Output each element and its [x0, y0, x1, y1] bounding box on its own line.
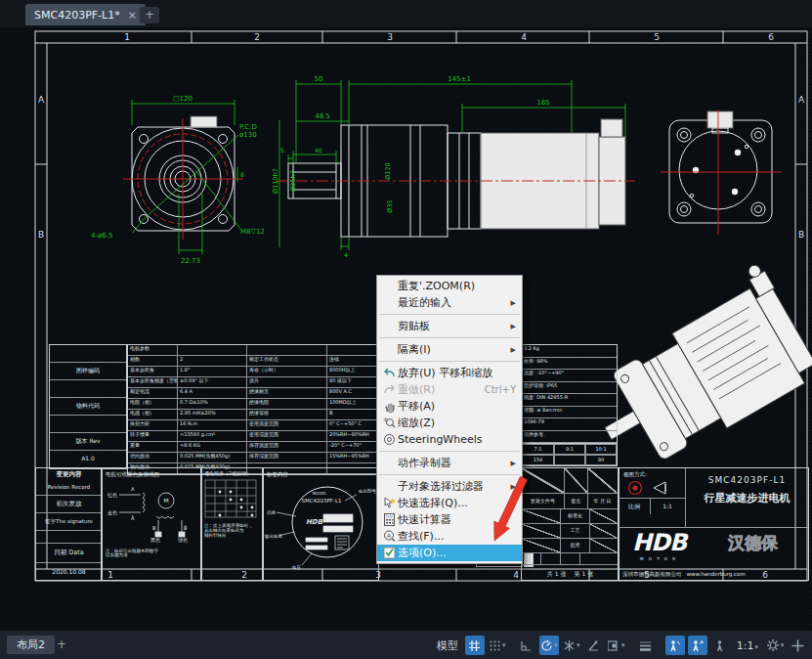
osnap-tracking-icon[interactable]: [584, 636, 604, 655]
menu-item-recent-input[interactable]: 最近的输入▶: [377, 294, 522, 311]
ortho-icon[interactable]: [517, 636, 536, 655]
dim-square-120: □120: [173, 95, 192, 103]
ruler-col-6: 6: [768, 32, 774, 42]
table-row: 温度: -10°~+90°: [522, 370, 617, 382]
ruler-col-b4: 4: [513, 570, 519, 580]
dim-tap: M8▽12: [240, 228, 265, 236]
wiring-diagram-box: 电机引线颜色及接线图 红色 蓝色 A Ā 黑色 绿色 B B̄ M 注：电机引出…: [101, 467, 202, 581]
table-row: 基本步距角1.8° 寿命（小时）8000H以上: [128, 367, 378, 377]
svg-text:黑色: 黑色: [150, 537, 160, 543]
menu-item-steeringwheels[interactable]: SteeringWheels: [377, 431, 522, 448]
svg-text:红色: 红色: [107, 492, 117, 498]
table-row: 仅供参考.: [522, 431, 617, 444]
menu-separator: [379, 474, 520, 475]
gearbox-table: 3.2 Kg效率: 98%温度: -10°~+90°防护等级: IP65精度: …: [521, 344, 618, 466]
dim-pcd-label: P.C.D: [239, 123, 257, 131]
menu-item-quick-calc[interactable]: 快速计算器: [377, 511, 522, 528]
code-cell: 物料代码: [50, 398, 126, 416]
submenu-arrow-icon: ▶: [511, 299, 516, 307]
dim-185: 185: [536, 99, 549, 107]
menu-item-subobject-filter[interactable]: 子对象选择过滤器▶: [377, 478, 522, 495]
annotation-visibility-icon[interactable]: [665, 636, 685, 655]
brand-cn: 汉德保: [728, 534, 778, 552]
annotation-scale-icon[interactable]: [710, 636, 730, 655]
menu-item-quick-select[interactable]: 快速选择(Q)...: [377, 495, 522, 511]
table-row: 效率: 98%: [522, 358, 617, 371]
ruler-col-1: 1: [124, 32, 130, 42]
add-layout-button[interactable]: +: [54, 637, 69, 652]
polar-tracking-icon[interactable]: ▾: [539, 636, 559, 655]
hdb-logo-sub: M O T O R: [640, 557, 677, 561]
sequence-box: 通电顺序（2相励磁） 注：按上表顺序通电时， 从出轴方向看电机为 顺时针转向: [200, 467, 264, 581]
dropdown-caret-icon: ▾: [621, 641, 625, 649]
zoom-icon: ±: [381, 417, 398, 429]
menu-item-pan[interactable]: 平移(A): [377, 398, 522, 415]
submenu-arrow-icon: ▶: [511, 460, 516, 467]
projection-symbol-cone: [652, 481, 669, 495]
redo-icon: [381, 383, 398, 396]
title-product: 行星减速步进电机: [686, 486, 808, 505]
dim-145: 145±1: [448, 75, 471, 83]
undo-icon: [381, 367, 398, 379]
menu-item-isolate[interactable]: 隔离(I)▶: [377, 341, 522, 358]
dim-40: 40: [315, 147, 322, 154]
svg-text:电压: 电压: [292, 564, 302, 570]
hdb-logo: HDB: [632, 530, 686, 555]
code-cell: A1.0: [50, 451, 126, 468]
table-row: 保持力矩16 N.m 使用温度范围0° C~+50° C: [128, 420, 378, 431]
menu-item-zoom[interactable]: ± 缩放(Z): [377, 415, 522, 431]
ratio-rows: 7:1 9:1 10:1 154 90: [521, 444, 618, 466]
document-tab[interactable]: SMC4203PF-L1* ×: [25, 4, 146, 25]
auto-annotation-icon[interactable]: [688, 636, 707, 655]
calculator-icon: [381, 513, 398, 526]
menu-item-repeat-zoom[interactable]: 重复'.ZOOM(R): [377, 278, 522, 294]
isodraft-icon[interactable]: ▾: [562, 636, 581, 655]
ruler-col-2: 2: [254, 32, 260, 42]
menu-separator: [379, 361, 520, 362]
dim-50: 50: [315, 75, 323, 83]
osnap-icon[interactable]: ▾: [607, 636, 626, 655]
svg-text:蓝色: 蓝色: [107, 509, 117, 516]
table-row: 电机参数: [128, 345, 378, 356]
table-row: 电感（相）2.95 mH±20% 绝缘等级B: [128, 410, 378, 420]
code-cell: [50, 345, 126, 363]
motor-parameter-table: 电机参数 相数2 额定工作状态连续 基本步距角1.8° 寿命（小时）8000H以…: [127, 344, 379, 475]
menu-item-find[interactable]: A 查找(F)...: [377, 528, 522, 545]
ruler-row-a-left: A: [38, 95, 45, 105]
dim-4: 4: [344, 251, 348, 258]
svg-text:MODEL: MODEL: [313, 491, 327, 496]
dim-dia25: Ø25h7: [289, 170, 297, 192]
close-tab-icon[interactable]: ×: [128, 9, 137, 22]
annotation-scale-value[interactable]: 1:1▾: [733, 639, 762, 652]
dim-dia110: Ø110h7: [272, 168, 279, 194]
menu-item-action-recorder[interactable]: 动作录制器▶: [377, 455, 522, 471]
table-row: 基本步距角精度（空载）±0.09° 以下 温升80 或以下: [128, 377, 378, 388]
grid-icon[interactable]: [465, 636, 485, 655]
table-row: 3.2 Kg: [522, 345, 617, 358]
submenu-arrow-icon: ▶: [511, 323, 516, 330]
dropdown-caret-icon: ▾: [554, 641, 558, 649]
dim-dia120: Ø120: [384, 162, 392, 180]
model-space-button[interactable]: 模型: [433, 638, 462, 653]
submenu-arrow-icon: ▶: [511, 483, 516, 491]
snap-icon[interactable]: ▾: [488, 636, 507, 655]
settings-gear-icon[interactable]: ▾: [765, 636, 785, 655]
layout-tab[interactable]: 布局2: [7, 636, 55, 654]
table-row: 1096-79: [522, 418, 617, 431]
customization-icon[interactable]: [788, 636, 807, 655]
wiring-diagram: 红色 蓝色 A Ā 黑色 绿色 B B̄ M: [102, 477, 199, 548]
pan-hand-icon: [381, 400, 398, 413]
dim-key-width: 22.73: [181, 257, 200, 265]
steeringwheel-icon: [381, 433, 398, 446]
menu-item-undo[interactable]: 放弃(U) 平移和缩放: [377, 365, 522, 381]
svg-text:品牌: 品牌: [267, 510, 277, 515]
new-tab-button[interactable]: +: [140, 7, 159, 23]
lineweight-icon[interactable]: [636, 636, 656, 655]
dropdown-caret-icon: ▾: [502, 641, 506, 649]
document-tab-label: SMC4203PF-L1*: [34, 9, 120, 22]
svg-text:HDB: HDB: [306, 518, 323, 526]
menu-item-clipboard[interactable]: 剪贴板▶: [377, 318, 522, 334]
menu-item-options[interactable]: 选项(O)...: [377, 545, 522, 561]
ruler-col-4: 4: [521, 32, 527, 42]
document-tab-bar: SMC4203PF-L1* × +: [0, 0, 812, 28]
